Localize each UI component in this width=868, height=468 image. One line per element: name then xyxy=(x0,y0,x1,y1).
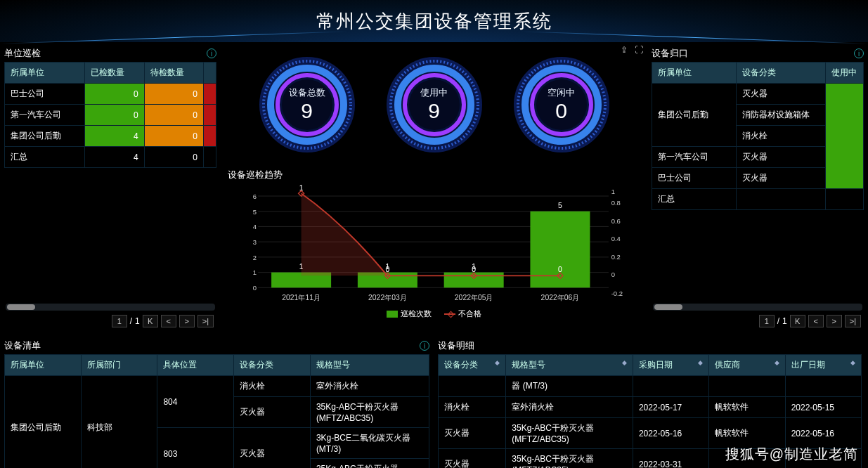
share-icon[interactable]: ⇪ xyxy=(621,45,628,55)
col-unit[interactable]: 所属单位 xyxy=(5,63,85,84)
page-last-button[interactable]: >| xyxy=(197,315,214,327)
table-row: 巴士公司00 xyxy=(5,84,216,105)
svg-text:5: 5 xyxy=(253,208,257,216)
svg-text:-0.2: -0.2 xyxy=(611,290,623,297)
panel-list-title: 设备清单 xyxy=(4,339,41,352)
info-icon[interactable]: i xyxy=(207,48,216,58)
info-icon[interactable]: i xyxy=(854,48,864,58)
scrollbar[interactable] xyxy=(6,304,215,311)
svg-text:0: 0 xyxy=(558,266,562,273)
svg-text:1: 1 xyxy=(253,268,257,276)
col-blank xyxy=(203,63,216,84)
page-last-button[interactable]: >| xyxy=(845,315,861,327)
gauge-total: 设备总数9 xyxy=(254,52,360,157)
table-row: 消火栓室外消火栓2022-05-17帆软软件2022-05-15 xyxy=(439,397,862,418)
gauges-row: ⇪ ⛶ 设备总数9 使用中9 空闲中0 xyxy=(222,45,646,164)
svg-text:2022年05月: 2022年05月 xyxy=(455,294,493,301)
page-first-button[interactable]: K xyxy=(790,315,805,327)
svg-text:0.8: 0.8 xyxy=(611,199,621,207)
sort-icon: ◆ xyxy=(698,359,703,366)
page-next-button[interactable]: > xyxy=(179,315,195,327)
table-row: 集团公司后勤科技部804消火栓室外消火栓 xyxy=(5,376,429,397)
svg-text:5: 5 xyxy=(558,202,562,209)
svg-text:0: 0 xyxy=(385,266,389,273)
trend-title: 设备巡检趋势 xyxy=(226,166,642,184)
table-row-total: 汇总40 xyxy=(5,147,216,168)
chart-legend: 巡检次数 不合格 xyxy=(226,306,642,319)
sort-icon: ◆ xyxy=(495,359,500,366)
page-prev-button[interactable]: < xyxy=(808,315,824,327)
table-row: 第一汽车公司00 xyxy=(5,105,216,126)
sort-icon: ◆ xyxy=(775,359,779,366)
panel-gk-title: 设备归口 xyxy=(652,47,688,60)
table-row: 汇总 xyxy=(652,189,864,210)
svg-text:1: 1 xyxy=(611,188,615,195)
svg-text:0: 0 xyxy=(253,284,257,292)
info-icon[interactable]: i xyxy=(420,341,429,351)
panel-guikouk: 设备归口 i 所属单位 设备分类 使用中 集团公司后勤灭火器 消防器材设施箱体 … xyxy=(652,45,864,332)
panel-inspection-title: 单位巡检 xyxy=(4,47,41,60)
sort-icon: ◆ xyxy=(850,359,855,366)
page-first-button[interactable]: K xyxy=(143,315,158,327)
table-row: 灭火器35Kg-ABC干粉灭火器(MFTZ/ABC35)2022-05-16帆软… xyxy=(439,418,862,449)
pager: 1 / 1 K < > >| xyxy=(652,311,864,332)
col-done[interactable]: 已检数量 xyxy=(85,63,144,84)
svg-text:0: 0 xyxy=(472,266,476,273)
page-prev-button[interactable]: < xyxy=(161,315,176,327)
svg-text:3: 3 xyxy=(253,238,257,246)
page-next-button[interactable]: > xyxy=(827,315,842,327)
pager: 1 / 1 K < > >| xyxy=(4,311,216,332)
table-row: 集团公司后勤40 xyxy=(5,126,216,147)
svg-text:2022年06月: 2022年06月 xyxy=(541,294,580,301)
trend-chart: 0123456 -0.200.20.40.60.81 1 1 1 5 xyxy=(226,184,642,304)
app-header: 常州公交集团设备管理系统 xyxy=(0,0,868,42)
gauge-idle: 空闲中0 xyxy=(509,52,614,157)
table-row: 器 (MT/3) xyxy=(439,376,862,397)
gauge-inuse: 使用中9 xyxy=(382,52,487,157)
inspection-table: 所属单位 已检数量 待检数量 巴士公司00 第一汽车公司00 集团公司后勤40 … xyxy=(4,62,216,168)
svg-text:2021年11月: 2021年11月 xyxy=(282,294,320,301)
svg-text:0.6: 0.6 xyxy=(611,217,621,225)
expand-icon[interactable]: ⛶ xyxy=(635,45,643,55)
svg-text:0: 0 xyxy=(611,271,615,278)
svg-text:2: 2 xyxy=(253,254,257,261)
svg-text:6: 6 xyxy=(253,193,257,200)
col-pending[interactable]: 待检数量 xyxy=(144,63,203,84)
panel-list: 设备清单 i 所属单位 所属部门 具体位置 设备分类 规格型号 集团公司后勤科技… xyxy=(4,337,429,468)
page-current: 1 xyxy=(112,315,127,327)
panel-detail-title: 设备明细 xyxy=(438,339,474,352)
sort-icon: ◆ xyxy=(622,359,627,366)
panel-center: ⇪ ⛶ 设备总数9 使用中9 空闲中0 设备巡检趋势 01234 xyxy=(222,45,646,332)
panel-inspection: 单位巡检 i 所属单位 已检数量 待检数量 巴士公司00 第一汽车公司00 集团… xyxy=(4,45,216,332)
svg-text:0.2: 0.2 xyxy=(611,253,621,261)
table-row: 集团公司后勤灭火器 xyxy=(652,84,864,105)
scrollbar[interactable] xyxy=(653,304,862,311)
svg-text:4: 4 xyxy=(253,223,257,230)
watermark: 搜狐号@制造业老简 xyxy=(725,445,858,464)
page-title: 常州公交集团设备管理系统 xyxy=(316,9,552,34)
svg-text:0.4: 0.4 xyxy=(611,235,621,242)
svg-text:2022年03月: 2022年03月 xyxy=(368,294,407,301)
svg-rect-40 xyxy=(444,273,504,288)
list-table: 所属单位 所属部门 具体位置 设备分类 规格型号 集团公司后勤科技部804消火栓… xyxy=(4,354,429,468)
gk-table: 所属单位 设备分类 使用中 集团公司后勤灭火器 消防器材设施箱体 消火栓 第一汽… xyxy=(652,62,864,210)
